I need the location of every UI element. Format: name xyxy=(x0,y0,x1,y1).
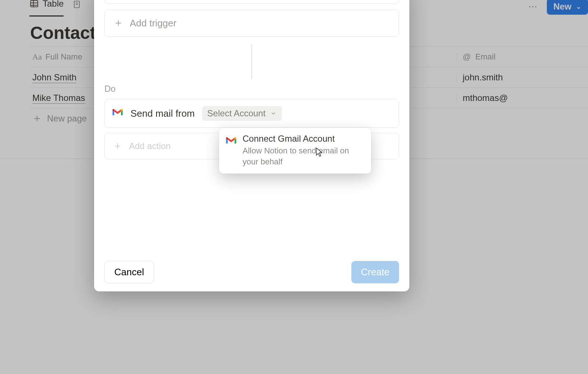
gmail-icon xyxy=(226,134,237,167)
gmail-icon xyxy=(112,107,123,120)
add-action-label: Add action xyxy=(129,141,171,151)
select-account-dropdown[interactable]: Select Account xyxy=(202,106,282,121)
modal-footer: Cancel Create xyxy=(104,261,399,283)
connect-gmail-popover[interactable]: Connect Gmail Account Allow Notion to se… xyxy=(219,128,371,174)
flow-connector xyxy=(251,44,252,79)
action-send-mail[interactable]: Send mail from Select Account xyxy=(104,99,399,128)
send-mail-label: Send mail from xyxy=(130,108,195,119)
create-button-label: Create xyxy=(361,266,390,277)
cancel-button[interactable]: Cancel xyxy=(104,261,154,283)
add-trigger[interactable]: Add trigger xyxy=(104,10,399,37)
connect-gmail-desc: Allow Notion to send email on your behal… xyxy=(243,145,365,167)
plus-icon xyxy=(114,18,123,28)
plus-icon xyxy=(113,141,122,151)
select-account-label: Select Account xyxy=(207,108,266,119)
connect-gmail-title: Connect Gmail Account xyxy=(243,134,365,144)
trigger-page-added[interactable]: Page added xyxy=(104,0,399,4)
create-button[interactable]: Create xyxy=(351,261,399,283)
cancel-button-label: Cancel xyxy=(114,266,144,277)
section-do-label: Do xyxy=(104,84,399,94)
chevron-down-icon xyxy=(270,110,277,117)
add-trigger-label: Add trigger xyxy=(130,18,176,29)
automation-modal: Page added Add trigger Do Send mail from… xyxy=(94,0,409,291)
